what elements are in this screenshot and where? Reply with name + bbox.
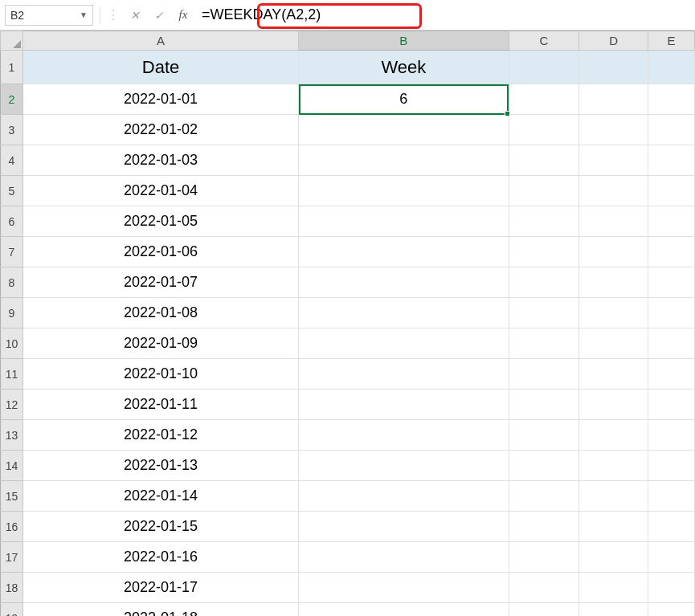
cell-D10[interactable] bbox=[579, 328, 648, 359]
cell-E16[interactable] bbox=[648, 512, 695, 542]
cell-A15[interactable]: 2022-01-14 bbox=[22, 481, 298, 512]
cell-B6[interactable] bbox=[299, 206, 509, 237]
cell-A6[interactable]: 2022-01-05 bbox=[22, 206, 298, 237]
cell-D19[interactable] bbox=[579, 603, 648, 617]
cell-E10[interactable] bbox=[648, 328, 695, 359]
cell-A11[interactable]: 2022-01-10 bbox=[22, 359, 298, 390]
cell-A16[interactable]: 2022-01-15 bbox=[22, 512, 298, 542]
cell-C14[interactable] bbox=[509, 451, 579, 481]
cell-A1[interactable]: Date bbox=[22, 51, 298, 84]
column-header-E[interactable]: E bbox=[648, 31, 695, 51]
cell-D9[interactable] bbox=[579, 298, 648, 328]
cell-E9[interactable] bbox=[648, 298, 695, 328]
cell-B19[interactable] bbox=[299, 603, 509, 617]
cell-C18[interactable] bbox=[509, 573, 579, 603]
row-header-6[interactable]: 6 bbox=[1, 206, 23, 237]
row-header-9[interactable]: 9 bbox=[1, 298, 23, 328]
cell-C17[interactable] bbox=[509, 542, 579, 573]
row-header-1[interactable]: 1 bbox=[1, 51, 23, 84]
row-header-18[interactable]: 18 bbox=[1, 573, 23, 603]
cell-C1[interactable] bbox=[509, 51, 579, 84]
cell-A5[interactable]: 2022-01-04 bbox=[22, 176, 298, 206]
cell-E12[interactable] bbox=[648, 390, 695, 420]
cell-E11[interactable] bbox=[648, 359, 695, 390]
row-header-11[interactable]: 11 bbox=[1, 359, 23, 390]
cell-A4[interactable]: 2022-01-03 bbox=[22, 145, 298, 176]
cell-B5[interactable] bbox=[299, 176, 509, 206]
cell-C16[interactable] bbox=[509, 512, 579, 542]
cell-E5[interactable] bbox=[648, 176, 695, 206]
cell-E4[interactable] bbox=[648, 145, 695, 176]
cell-D8[interactable] bbox=[579, 267, 648, 298]
cell-C2[interactable] bbox=[509, 84, 579, 115]
cell-A9[interactable]: 2022-01-08 bbox=[22, 298, 298, 328]
column-header-D[interactable]: D bbox=[579, 31, 648, 51]
cell-B10[interactable] bbox=[299, 328, 509, 359]
row-header-14[interactable]: 14 bbox=[1, 451, 23, 481]
cell-A18[interactable]: 2022-01-17 bbox=[22, 573, 298, 603]
row-header-4[interactable]: 4 bbox=[1, 145, 23, 176]
cell-D17[interactable] bbox=[579, 542, 648, 573]
cell-C5[interactable] bbox=[509, 176, 579, 206]
cell-E8[interactable] bbox=[648, 267, 695, 298]
cell-E14[interactable] bbox=[648, 451, 695, 481]
cell-A8[interactable]: 2022-01-07 bbox=[22, 267, 298, 298]
insert-function-icon[interactable]: fx bbox=[174, 6, 192, 25]
cell-B17[interactable] bbox=[299, 542, 509, 573]
row-header-13[interactable]: 13 bbox=[1, 420, 23, 451]
cell-D14[interactable] bbox=[579, 451, 648, 481]
name-box-dropdown-icon[interactable]: ▼ bbox=[80, 10, 88, 19]
cell-C11[interactable] bbox=[509, 359, 579, 390]
cell-C3[interactable] bbox=[509, 115, 579, 145]
cell-D2[interactable] bbox=[579, 84, 648, 115]
cell-A3[interactable]: 2022-01-02 bbox=[22, 115, 298, 145]
cell-E18[interactable] bbox=[648, 573, 695, 603]
cell-A14[interactable]: 2022-01-13 bbox=[22, 451, 298, 481]
spreadsheet-grid[interactable]: ABCDE1DateWeek22022-01-01632022-01-02420… bbox=[0, 31, 695, 616]
cell-E15[interactable] bbox=[648, 481, 695, 512]
cell-B16[interactable] bbox=[299, 512, 509, 542]
cell-B2[interactable]: 6 bbox=[299, 84, 509, 115]
cell-D5[interactable] bbox=[579, 176, 648, 206]
cell-D15[interactable] bbox=[579, 481, 648, 512]
cell-E1[interactable] bbox=[648, 51, 695, 84]
row-header-10[interactable]: 10 bbox=[1, 328, 23, 359]
cell-B11[interactable] bbox=[299, 359, 509, 390]
cell-B9[interactable] bbox=[299, 298, 509, 328]
cell-A19[interactable]: 2022-01-18 bbox=[22, 603, 298, 617]
cell-E3[interactable] bbox=[648, 115, 695, 145]
row-header-15[interactable]: 15 bbox=[1, 481, 23, 512]
cancel-icon[interactable]: ✕ bbox=[126, 6, 144, 25]
cell-A7[interactable]: 2022-01-06 bbox=[22, 237, 298, 267]
column-header-A[interactable]: A bbox=[22, 31, 298, 51]
cell-B3[interactable] bbox=[299, 115, 509, 145]
column-header-C[interactable]: C bbox=[509, 31, 579, 51]
cell-D6[interactable] bbox=[579, 206, 648, 237]
cell-A17[interactable]: 2022-01-16 bbox=[22, 542, 298, 573]
cell-A13[interactable]: 2022-01-12 bbox=[22, 420, 298, 451]
cell-E6[interactable] bbox=[648, 206, 695, 237]
cell-B4[interactable] bbox=[299, 145, 509, 176]
cell-C7[interactable] bbox=[509, 237, 579, 267]
cell-C19[interactable] bbox=[509, 603, 579, 617]
enter-icon[interactable]: ✓ bbox=[150, 6, 168, 25]
cell-D11[interactable] bbox=[579, 359, 648, 390]
cell-D1[interactable] bbox=[579, 51, 648, 84]
row-header-8[interactable]: 8 bbox=[1, 267, 23, 298]
cell-D16[interactable] bbox=[579, 512, 648, 542]
cell-C9[interactable] bbox=[509, 298, 579, 328]
cell-C12[interactable] bbox=[509, 390, 579, 420]
cell-E13[interactable] bbox=[648, 420, 695, 451]
cell-B14[interactable] bbox=[299, 451, 509, 481]
cell-D13[interactable] bbox=[579, 420, 648, 451]
cell-E19[interactable] bbox=[648, 603, 695, 617]
cell-D4[interactable] bbox=[579, 145, 648, 176]
name-box[interactable]: B2 ▼ bbox=[5, 5, 93, 26]
cell-C10[interactable] bbox=[509, 328, 579, 359]
cell-D3[interactable] bbox=[579, 115, 648, 145]
formula-input[interactable] bbox=[198, 5, 690, 26]
row-header-17[interactable]: 17 bbox=[1, 542, 23, 573]
cell-C4[interactable] bbox=[509, 145, 579, 176]
cell-E17[interactable] bbox=[648, 542, 695, 573]
column-header-B[interactable]: B bbox=[299, 31, 509, 51]
